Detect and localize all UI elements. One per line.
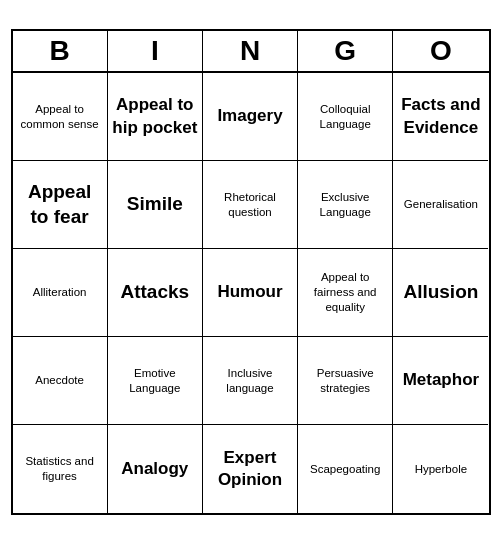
bingo-cell-8: Exclusive Language bbox=[298, 161, 393, 249]
bingo-cell-21: Analogy bbox=[108, 425, 203, 513]
bingo-cell-text-20: Statistics and figures bbox=[17, 454, 103, 484]
header-letter-N: N bbox=[203, 31, 298, 71]
header-letter-G: G bbox=[298, 31, 393, 71]
bingo-grid: Appeal to common senseAppeal to hip pock… bbox=[13, 73, 489, 513]
bingo-cell-text-5: Appeal to fear bbox=[17, 180, 103, 229]
bingo-cell-11: Attacks bbox=[108, 249, 203, 337]
bingo-cell-9: Generalisation bbox=[393, 161, 488, 249]
bingo-card: BINGO Appeal to common senseAppeal to hi… bbox=[11, 29, 491, 515]
bingo-cell-3: Colloquial Language bbox=[298, 73, 393, 161]
bingo-cell-text-15: Anecdote bbox=[35, 373, 84, 388]
bingo-cell-1: Appeal to hip pocket bbox=[108, 73, 203, 161]
bingo-cell-text-19: Metaphor bbox=[403, 369, 480, 391]
bingo-cell-12: Humour bbox=[203, 249, 298, 337]
bingo-cell-14: Allusion bbox=[393, 249, 488, 337]
header-letter-O: O bbox=[393, 31, 488, 71]
bingo-cell-18: Persuasive strategies bbox=[298, 337, 393, 425]
header-letter-I: I bbox=[108, 31, 203, 71]
bingo-cell-text-10: Alliteration bbox=[33, 285, 87, 300]
bingo-cell-text-22: Expert Opinion bbox=[207, 447, 293, 491]
bingo-cell-text-12: Humour bbox=[217, 281, 282, 303]
bingo-cell-text-18: Persuasive strategies bbox=[302, 366, 388, 396]
bingo-cell-6: Simile bbox=[108, 161, 203, 249]
bingo-cell-13: Appeal to fairness and equality bbox=[298, 249, 393, 337]
bingo-cell-text-0: Appeal to common sense bbox=[17, 102, 103, 132]
bingo-cell-24: Hyperbole bbox=[393, 425, 488, 513]
bingo-cell-20: Statistics and figures bbox=[13, 425, 108, 513]
bingo-cell-text-9: Generalisation bbox=[404, 197, 478, 212]
bingo-cell-15: Anecdote bbox=[13, 337, 108, 425]
bingo-cell-5: Appeal to fear bbox=[13, 161, 108, 249]
bingo-cell-text-17: Inclusive language bbox=[207, 366, 293, 396]
bingo-cell-text-8: Exclusive Language bbox=[302, 190, 388, 220]
bingo-cell-23: Scapegoating bbox=[298, 425, 393, 513]
bingo-cell-7: Rhetorical question bbox=[203, 161, 298, 249]
bingo-cell-text-14: Allusion bbox=[403, 280, 478, 305]
bingo-cell-text-24: Hyperbole bbox=[415, 462, 467, 477]
bingo-cell-text-3: Colloquial Language bbox=[302, 102, 388, 132]
bingo-cell-0: Appeal to common sense bbox=[13, 73, 108, 161]
bingo-cell-2: Imagery bbox=[203, 73, 298, 161]
bingo-cell-text-23: Scapegoating bbox=[310, 462, 380, 477]
bingo-cell-17: Inclusive language bbox=[203, 337, 298, 425]
bingo-cell-text-13: Appeal to fairness and equality bbox=[302, 270, 388, 315]
bingo-cell-text-11: Attacks bbox=[120, 280, 189, 305]
bingo-cell-19: Metaphor bbox=[393, 337, 488, 425]
header-letter-B: B bbox=[13, 31, 108, 71]
bingo-cell-text-7: Rhetorical question bbox=[207, 190, 293, 220]
bingo-cell-10: Alliteration bbox=[13, 249, 108, 337]
bingo-cell-text-2: Imagery bbox=[217, 105, 282, 127]
bingo-cell-text-21: Analogy bbox=[121, 458, 188, 480]
bingo-cell-4: Facts and Evidence bbox=[393, 73, 488, 161]
bingo-cell-text-1: Appeal to hip pocket bbox=[112, 94, 198, 138]
bingo-cell-text-16: Emotive Language bbox=[112, 366, 198, 396]
bingo-cell-text-4: Facts and Evidence bbox=[397, 94, 484, 138]
bingo-cell-text-6: Simile bbox=[127, 192, 183, 217]
bingo-header: BINGO bbox=[13, 31, 489, 73]
bingo-cell-22: Expert Opinion bbox=[203, 425, 298, 513]
bingo-cell-16: Emotive Language bbox=[108, 337, 203, 425]
